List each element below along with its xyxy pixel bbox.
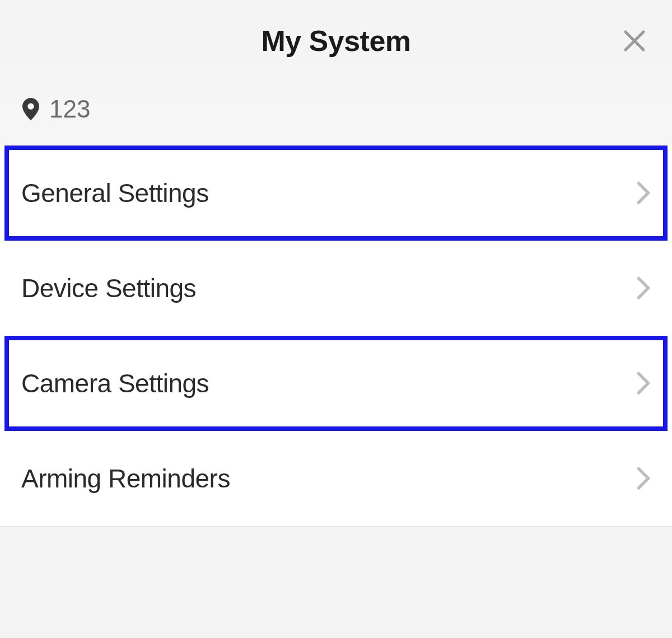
svg-point-2 <box>28 104 34 109</box>
settings-item-arming-reminders[interactable]: Arming Reminders <box>0 431 672 526</box>
location-pin-icon <box>22 98 39 120</box>
chevron-right-icon <box>636 276 651 301</box>
close-button[interactable] <box>620 28 648 56</box>
page-title: My System <box>261 24 410 58</box>
chevron-right-icon <box>636 181 651 205</box>
settings-label: Arming Reminders <box>21 463 230 494</box>
settings-label: General Settings <box>21 178 209 208</box>
settings-item-general[interactable]: General Settings <box>4 146 668 241</box>
close-icon <box>622 29 647 55</box>
settings-label: Device Settings <box>21 273 196 303</box>
settings-item-camera[interactable]: Camera Settings <box>4 336 668 431</box>
header: My System <box>0 0 672 81</box>
chevron-right-icon <box>636 466 651 491</box>
location-row: 123 <box>0 81 672 146</box>
settings-label: Camera Settings <box>21 368 209 398</box>
location-text: 123 <box>49 95 90 123</box>
chevron-right-icon <box>636 371 651 396</box>
settings-list: General Settings Device Settings Camera … <box>0 146 672 526</box>
bottom-area <box>0 526 672 621</box>
settings-item-device[interactable]: Device Settings <box>0 241 672 336</box>
